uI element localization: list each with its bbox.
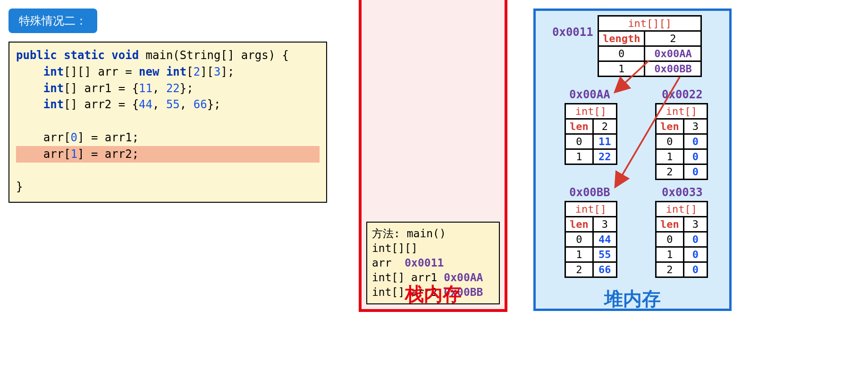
heap-table-0033: int[] len3 00 10 20: [655, 201, 708, 278]
stack-memory-box: 方法: main() int[][] arr 0x0011 int[] arr1…: [359, 0, 507, 312]
frame-title: 方法: main(): [372, 226, 494, 241]
heap-label: 堆内存: [533, 286, 732, 312]
code-kw: public static void: [16, 49, 139, 62]
code-text: main(String[] args) {: [139, 49, 289, 62]
code-block: public static void main(String[] args) {…: [8, 42, 327, 203]
heap-table-00BB: int[] len3 044 155 266: [565, 201, 617, 278]
heap-table-00AA: int[] len2 011 122: [565, 103, 617, 165]
addr-label-00AA: 0x00AA: [569, 88, 610, 101]
title-badge: 特殊情况二：: [8, 9, 97, 33]
addr-label-0011: 0x0011: [552, 26, 593, 39]
addr-label-0022: 0x0022: [662, 88, 703, 101]
var-addr: 0x0011: [405, 257, 444, 269]
highlighted-line: arr[1] = arr2;: [16, 146, 320, 163]
heap-table-0011: int[][] length2 00x00AA 10x00BB: [598, 15, 702, 77]
heap-table-0022: int[] len3 00 10 20: [655, 103, 708, 180]
code-type: int: [43, 65, 64, 78]
addr-label-0033: 0x0033: [662, 186, 703, 199]
stack-label: 栈内存: [359, 281, 507, 307]
addr-label-00BB: 0x00BB: [569, 186, 610, 199]
